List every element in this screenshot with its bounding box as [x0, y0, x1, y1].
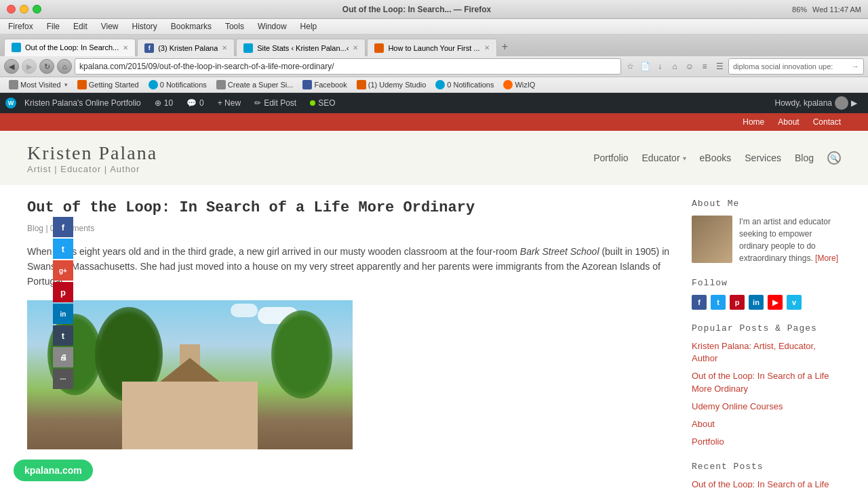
building-roof — [156, 358, 224, 385]
tab-label-3: How to Launch Your First ... — [388, 44, 479, 52]
follow-youtube-icon[interactable]: ▶ — [768, 295, 783, 310]
bookmark-most-visited[interactable]: Most Visited ▾ — [5, 79, 71, 91]
search-input[interactable]: diploma social innovation upe: → — [728, 58, 864, 75]
about-me-title: About Me — [692, 199, 841, 209]
bookmark-notifications-1[interactable]: 0 Notifications — [145, 79, 210, 91]
close-button[interactable] — [7, 5, 16, 14]
bookmarks-icon[interactable]: ≡ — [698, 60, 711, 73]
follow-pinterest-icon[interactable]: p — [730, 295, 745, 310]
firefox-menu-bar: Firefox File Edit View History Bookmarks… — [0, 19, 868, 35]
wp-logo-icon[interactable]: W — [5, 98, 16, 108]
educator-dropdown-icon[interactable]: ▾ — [683, 155, 686, 162]
menu-firefox[interactable]: Firefox — [5, 20, 36, 33]
bookmark-wiziq[interactable]: WizIQ — [500, 79, 538, 91]
menu-history[interactable]: History — [130, 20, 160, 33]
top-nav-about[interactable]: About — [778, 117, 799, 127]
menu-file[interactable]: File — [44, 20, 62, 33]
wp-posts-count[interactable]: ⊕ 10 — [149, 96, 178, 110]
menu-help[interactable]: Help — [298, 20, 320, 33]
create-super-icon — [216, 80, 226, 89]
site-tagline: Artist | Educator | Author — [27, 164, 593, 174]
bookmark-notifications-2-label: 0 Notifications — [447, 81, 494, 89]
tab-close-3[interactable]: ✕ — [484, 44, 490, 52]
top-nav-contact[interactable]: Contact — [813, 117, 841, 127]
wp-howdy[interactable]: Howdy, kpalana ▶ — [770, 94, 863, 113]
follow-widget: Follow f t p in ▶ v — [692, 278, 841, 310]
minimize-button[interactable] — [20, 5, 28, 14]
social-print-button[interactable]: 🖨 — [53, 347, 73, 367]
tab-close-2[interactable]: ✕ — [353, 44, 358, 52]
top-nav-home[interactable]: Home — [743, 117, 764, 127]
social-tumblr-button[interactable]: t — [53, 325, 73, 346]
nav-blog[interactable]: Blog — [795, 152, 814, 163]
nav-educator[interactable]: Educator — [642, 152, 680, 163]
nav-services[interactable]: Services — [745, 152, 781, 163]
refresh-button[interactable]: ↻ — [39, 59, 54, 74]
chevron-down-icon: ▾ — [64, 81, 68, 88]
nav-portfolio[interactable]: Portfolio — [593, 152, 628, 163]
article-body: When I was eight years old and in the th… — [27, 244, 671, 289]
smiley-icon[interactable]: ☺ — [684, 60, 696, 73]
social-twitter-button[interactable]: t — [53, 239, 73, 259]
wp-site-name[interactable]: Kristen Palana's Online Portfolio — [19, 96, 146, 110]
menu-bookmarks[interactable]: Bookmarks — [168, 20, 214, 33]
tab-close-1[interactable]: ✕ — [222, 44, 227, 52]
bookmark-star-icon[interactable]: ☆ — [624, 60, 636, 73]
address-bar-row: ◀ ▶ ↻ ⌂ kpalana.com/2015/09/out-of-the-l… — [0, 56, 868, 77]
bookmark-facebook[interactable]: Facebook — [299, 79, 350, 91]
new-tab-button[interactable]: + — [498, 40, 512, 54]
menu-tools[interactable]: Tools — [222, 20, 247, 33]
tab-close-0[interactable]: ✕ — [123, 44, 128, 52]
tab-0[interactable]: Out of the Loop: In Search... ✕ — [4, 39, 136, 56]
bookmark-notifications-2[interactable]: 0 Notifications — [432, 79, 497, 91]
maximize-button[interactable] — [33, 5, 41, 14]
forward-button[interactable]: ▶ — [22, 59, 37, 74]
wp-seo[interactable]: SEO — [304, 96, 340, 110]
wp-edit-post[interactable]: ✏ Edit Post — [249, 96, 302, 110]
popular-link-1[interactable]: Out of the Loop: In Search of a Life Mor… — [692, 370, 841, 394]
popular-link-3[interactable]: About — [692, 418, 841, 430]
meta-blog-link[interactable]: Blog — [27, 224, 43, 233]
mac-titlebar: Out of the Loop: In Search... — Firefox … — [0, 0, 868, 19]
bookmark-udemy[interactable]: (1) Udemy Studio — [353, 79, 430, 91]
menu-view[interactable]: View — [98, 20, 121, 33]
social-linkedin-button[interactable]: in — [53, 304, 73, 324]
social-pinterest-button[interactable]: p — [53, 282, 73, 302]
wp-comments-number: 0 — [199, 98, 204, 108]
follow-linkedin-icon[interactable]: in — [749, 295, 764, 310]
menu-window[interactable]: Window — [255, 20, 290, 33]
wp-comments-count[interactable]: 💬 0 — [181, 96, 210, 110]
popular-link-4[interactable]: Portfolio — [692, 436, 841, 448]
address-input[interactable]: kpalana.com/2015/09/out-of-the-loop-in-s… — [75, 58, 621, 75]
tab-1[interactable]: f (3) Kristen Palana ✕ — [137, 39, 235, 56]
menu-icon[interactable]: ☰ — [713, 60, 726, 73]
social-more-button[interactable]: ··· — [53, 369, 73, 389]
search-button[interactable]: 🔍 — [827, 151, 841, 165]
reader-icon[interactable]: 📄 — [639, 60, 651, 73]
follow-twitter-icon[interactable]: t — [711, 295, 726, 310]
bookmark-getting-started[interactable]: Getting Started — [74, 79, 142, 91]
bookmark-create-super-label: Create a Super Si... — [228, 81, 294, 89]
about-more-link[interactable]: [More] — [815, 253, 838, 263]
social-googleplus-button[interactable]: g+ — [53, 260, 73, 281]
download-icon[interactable]: ↓ — [654, 60, 666, 73]
wp-site-label: Kristen Palana's Online Portfolio — [24, 98, 141, 108]
wp-posts-number: 10 — [164, 98, 173, 108]
back-button[interactable]: ◀ — [4, 59, 19, 74]
follow-vimeo-icon[interactable]: v — [787, 295, 802, 310]
bookmark-create-super[interactable]: Create a Super Si... — [213, 79, 297, 91]
popular-link-2[interactable]: Udemy Online Courses — [692, 401, 841, 413]
social-facebook-button[interactable]: f — [53, 217, 73, 237]
tab-2[interactable]: Site Stats ‹ Kristen Palan...‹ ✕ — [236, 39, 366, 56]
popular-link-0[interactable]: Kristen Palana: Artist, Educator, Author — [692, 340, 841, 365]
tab-label-1: (3) Kristen Palana — [158, 44, 218, 52]
wp-admin-collapse-icon[interactable]: ▶ — [851, 98, 857, 108]
menu-edit[interactable]: Edit — [71, 20, 90, 33]
home-icon[interactable]: ⌂ — [669, 60, 681, 73]
wp-new-post[interactable]: + New — [212, 96, 246, 110]
home-button[interactable]: ⌂ — [57, 59, 72, 74]
follow-facebook-icon[interactable]: f — [692, 295, 707, 310]
nav-ebooks[interactable]: eBooks — [700, 152, 732, 163]
bookmark-facebook-label: Facebook — [314, 81, 347, 89]
tab-3[interactable]: How to Launch Your First ... ✕ — [367, 39, 496, 56]
